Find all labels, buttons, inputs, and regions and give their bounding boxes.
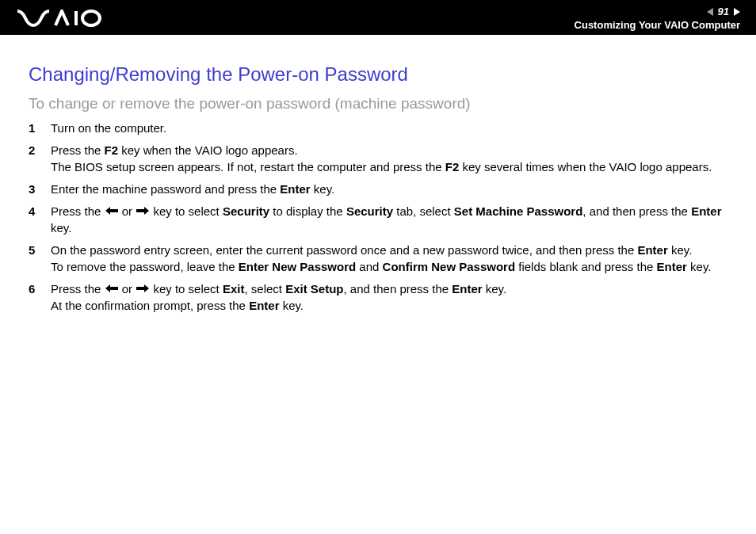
step-body: Press the or key to select Exit, select … (51, 281, 727, 314)
page-subtitle: To change or remove the power-on passwor… (29, 95, 727, 113)
content: Changing/Removing the Power-on Password … (0, 35, 756, 330)
step-body: Enter the machine password and press the… (51, 181, 727, 197)
arrow-right-icon (136, 204, 150, 219)
step-number: 4 (29, 204, 40, 236)
step-3: 3 Enter the machine password and press t… (29, 181, 727, 197)
key-enter: Enter (280, 182, 310, 196)
step-body: Press the F2 key when the VAIO logo appe… (51, 143, 727, 175)
step-4: 4 Press the or key to select Security to… (29, 204, 727, 236)
field-confirm-new-password: Confirm New Password (383, 260, 516, 273)
nav-next-icon[interactable] (734, 8, 740, 16)
step-2: 2 Press the F2 key when the VAIO logo ap… (29, 143, 727, 175)
header-bar: 91 Customizing Your VAIO Computer (0, 0, 756, 35)
arrow-right-icon (136, 281, 150, 297)
step-body: Turn on the computer. (51, 120, 727, 136)
step-body: Press the or key to select Security to d… (51, 204, 727, 236)
key-enter: Enter (637, 243, 667, 257)
breadcrumb: Customizing Your VAIO Computer (575, 19, 740, 31)
vaio-logo (16, 10, 103, 27)
step-5: 5 On the password entry screen, enter th… (29, 242, 727, 275)
step-number: 3 (29, 181, 40, 197)
step-list: 1 Turn on the computer. 2 Press the F2 k… (29, 120, 727, 314)
page-title: Changing/Removing the Power-on Password (29, 63, 727, 86)
page-nav: 91 (707, 6, 740, 17)
key-enter: Enter (657, 260, 687, 273)
step-number: 1 (29, 120, 40, 136)
svg-rect-0 (74, 11, 78, 25)
key-security: Security (223, 204, 269, 218)
key-f2: F2 (105, 143, 119, 157)
option-set-machine-password: Set Machine Password (454, 204, 583, 218)
step-number: 2 (29, 143, 40, 175)
key-enter: Enter (452, 282, 482, 296)
arrow-left-icon (105, 204, 119, 219)
option-exit: Exit (223, 282, 245, 296)
step-body: On the password entry screen, enter the … (51, 242, 727, 275)
nav-prev-icon[interactable] (707, 8, 713, 16)
key-enter: Enter (691, 204, 721, 218)
key-f2: F2 (445, 160, 460, 174)
step-number: 5 (29, 242, 40, 275)
key-enter: Enter (249, 299, 279, 312)
arrow-left-icon (105, 281, 119, 297)
step-1: 1 Turn on the computer. (29, 120, 727, 136)
tab-security: Security (346, 204, 393, 218)
field-enter-new-password: Enter New Password (239, 260, 356, 273)
header-right: 91 Customizing Your VAIO Computer (575, 6, 740, 31)
page-number: 91 (718, 6, 729, 17)
step-6: 6 Press the or key to select Exit, selec… (29, 281, 727, 314)
svg-point-1 (82, 11, 100, 25)
option-exit-setup: Exit Setup (285, 282, 343, 296)
step-number: 6 (29, 281, 40, 314)
